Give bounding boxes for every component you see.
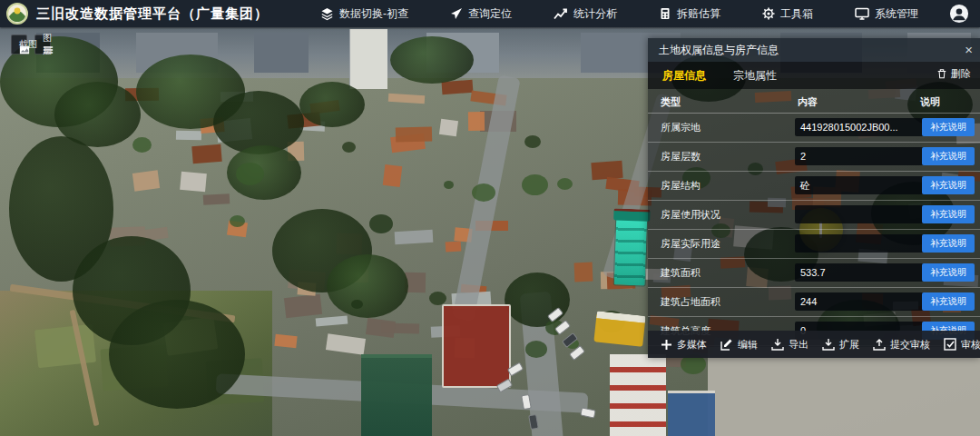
tree-decor	[132, 137, 152, 153]
attribute-label: 建筑占地面积	[661, 295, 720, 309]
locate-icon	[450, 7, 463, 20]
attribute-value-input[interactable]: 441928015002JB00...	[795, 118, 929, 136]
nav-label: 拆赔估算	[677, 6, 720, 22]
attribute-value-input[interactable]	[795, 234, 929, 253]
nav-item-data-switch[interactable]: 数据切换-初查	[320, 6, 408, 22]
tab-parcel-attrs[interactable]: 宗地属性	[731, 65, 779, 86]
toolbar-export-button[interactable]: 导出	[771, 338, 808, 352]
roof-decor	[439, 119, 458, 136]
main-nav: 数据切换-初查 查询定位 统计分析 拆赔估算 工具箱 系统管理	[320, 6, 918, 22]
roof-decor	[446, 241, 462, 252]
selected-building-highlight[interactable]	[614, 215, 648, 285]
supplement-button[interactable]: 补充说明	[922, 234, 975, 253]
attribute-value-input[interactable]	[795, 205, 929, 223]
tree-decor	[230, 215, 245, 227]
toolbar-submit-review-button[interactable]: 提交审核	[873, 338, 930, 352]
screenshot-button[interactable]: 截图	[11, 35, 27, 54]
export-icon	[771, 338, 784, 351]
toolbar-label: 编辑	[738, 338, 758, 352]
toolbar-multimedia-button[interactable]: 多媒体	[661, 338, 707, 352]
bus	[593, 311, 645, 346]
tree-decor	[522, 174, 548, 195]
info-panel: 土地权属信息与房产信息 × 房屋信息宗地属性 删除 类型 内容 说明 所属宗地 …	[648, 38, 980, 358]
supplement-button[interactable]: 补充说明	[922, 176, 975, 194]
table-row: 房屋实际用途 补充说明	[648, 230, 980, 259]
roof-decor	[383, 164, 403, 187]
toolbar-label: 提交审核	[890, 338, 930, 352]
farm-plot	[34, 324, 96, 368]
table-row: 建筑占地面积 244 补充说明	[648, 288, 980, 317]
review-icon	[944, 338, 956, 351]
attribute-label: 房屋结构	[661, 179, 701, 193]
map-controls: 截图 图层	[11, 35, 51, 54]
tree-decor	[236, 163, 264, 185]
table-row: 房屋使用状况 补充说明	[648, 201, 980, 230]
attribute-value-input[interactable]: 砼	[795, 176, 929, 194]
tree-decor	[299, 82, 365, 127]
attribute-label: 房屋实际用途	[661, 237, 720, 251]
nav-item-locate[interactable]: 查询定位	[450, 6, 512, 22]
trash-icon	[936, 68, 947, 81]
tree-decor	[109, 300, 245, 409]
table-row: 房屋层数 2 补充说明	[648, 143, 980, 172]
attribute-label: 房屋层数	[661, 150, 701, 164]
toolbar-label: 审核意见	[961, 338, 980, 352]
roof-decor	[132, 170, 160, 191]
chart-icon	[554, 7, 568, 20]
close-icon[interactable]: ×	[965, 41, 973, 59]
toolbar-edit-button[interactable]: 编辑	[720, 338, 758, 352]
calc-icon	[659, 7, 671, 20]
table-row: 所属宗地 441928015002JB00... 补充说明	[648, 114, 980, 143]
supplement-button[interactable]: 补充说明	[922, 292, 975, 311]
toolbar-expand-button[interactable]: 扩展	[822, 338, 859, 352]
nav-item-toolbox[interactable]: 工具箱	[762, 6, 813, 22]
toolbar-label: 导出	[789, 338, 808, 352]
delete-label: 删除	[951, 67, 971, 81]
tree-decor	[524, 135, 541, 148]
attribute-value-input[interactable]: 244	[795, 292, 929, 311]
tree-decor	[342, 142, 356, 153]
table-header: 类型 内容 说明	[648, 89, 980, 114]
roof-decor	[388, 94, 425, 104]
nav-item-demolition[interactable]: 拆赔估算	[659, 6, 720, 22]
toolbar-review-opinion-button[interactable]: 审核意见	[944, 338, 980, 352]
nav-item-stats[interactable]: 统计分析	[554, 6, 617, 22]
tab-house-info[interactable]: 房屋信息	[661, 65, 708, 86]
attribute-value-input[interactable]: 533.7	[795, 263, 929, 282]
white-red-building	[610, 354, 666, 436]
attribute-value-input[interactable]: 2	[795, 147, 929, 165]
column-desc: 说明	[920, 95, 940, 109]
tree-decor	[444, 181, 454, 189]
app-title: 三旧改造数据管理平台（广量集团）	[36, 5, 269, 23]
supplement-button[interactable]: 补充说明	[922, 263, 975, 282]
table-row: 建筑面积 533.7 补充说明	[648, 259, 980, 288]
tree-decor	[472, 183, 495, 202]
supplement-button[interactable]: 补充说明	[922, 205, 975, 223]
roof-decor	[574, 263, 593, 282]
gear-icon	[762, 7, 775, 20]
supplement-button[interactable]: 补充说明	[922, 147, 975, 165]
tree-decor	[369, 214, 393, 233]
top-navigation-bar: 三旧改造数据管理平台（广量集团） 数据切换-初查 查询定位 统计分析 拆赔估算 …	[0, 0, 980, 27]
edit-icon	[720, 338, 733, 351]
panel-toolbar: 多媒体 编辑 导出 扩展 提交审核 审核意见	[648, 331, 980, 358]
attribute-label: 房屋使用状况	[661, 208, 720, 222]
app-logo-icon	[6, 3, 28, 25]
tree-decor	[327, 254, 408, 318]
panel-tabbar: 房屋信息宗地属性 删除	[648, 62, 980, 89]
screenshot-label: 截图	[19, 38, 37, 51]
toolbar-label: 多媒体	[677, 338, 707, 352]
roof-decor	[396, 126, 432, 142]
roof-decor	[316, 315, 348, 326]
supplement-button[interactable]: 补充说明	[922, 118, 975, 136]
nav-item-system[interactable]: 系统管理	[855, 6, 918, 22]
blue-roof-structure	[668, 391, 715, 436]
user-avatar-icon[interactable]	[949, 4, 969, 24]
roof-decor	[468, 112, 485, 131]
monitor-icon	[855, 7, 869, 20]
delete-button[interactable]: 删除	[936, 67, 971, 81]
nav-label: 统计分析	[573, 6, 617, 22]
plus-icon	[661, 339, 672, 351]
roof-decor	[366, 318, 396, 338]
nav-label: 工具箱	[780, 6, 813, 22]
